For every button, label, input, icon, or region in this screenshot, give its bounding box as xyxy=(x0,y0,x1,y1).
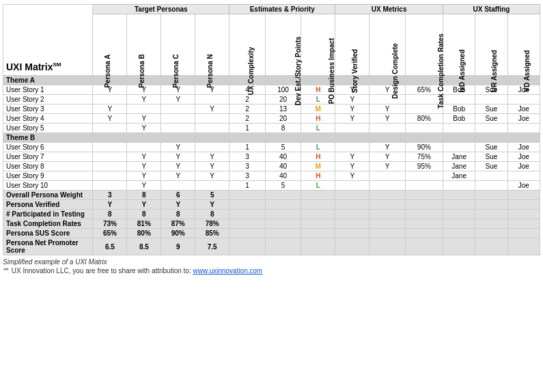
table-cell xyxy=(265,191,301,200)
table-cell xyxy=(301,210,335,219)
footer-note: Simplified example of a UXI Matrix xyxy=(3,258,540,266)
table-cell: 6 xyxy=(161,191,195,200)
task-completion-header: Task Completion Rates xyxy=(405,14,443,76)
table-cell: 75% xyxy=(405,152,443,162)
persona-a-header: Persona A xyxy=(93,14,127,76)
table-cell: L xyxy=(301,143,335,152)
table-cell: User Story 8 xyxy=(3,162,93,171)
table-cell: M xyxy=(301,162,335,171)
table-cell xyxy=(405,238,443,255)
footer-link[interactable]: www.uxinnovation.com xyxy=(193,267,262,275)
table-cell: Sue xyxy=(475,162,507,171)
table-cell: 9 xyxy=(161,238,195,255)
table-cell: H xyxy=(301,152,335,162)
table-cell: Y xyxy=(127,95,161,104)
table-cell: 3 xyxy=(229,171,266,181)
table-cell xyxy=(335,229,370,238)
table-cell: 8 xyxy=(161,210,195,219)
table-row: User Story 3YY213MYYBobSueJoe xyxy=(3,104,540,114)
table-cell: Y xyxy=(335,104,370,114)
table-cell: 6.5 xyxy=(93,238,127,255)
table-cell: User Story 2 xyxy=(3,95,93,104)
table-cell xyxy=(335,124,370,133)
table-cell: Joe xyxy=(507,181,540,191)
table-cell: User Story 5 xyxy=(3,124,93,133)
table-cell: 80% xyxy=(127,229,161,238)
table-cell xyxy=(265,238,301,255)
table-cell xyxy=(195,114,229,124)
table-cell: 40 xyxy=(265,152,301,162)
table-cell: Joe xyxy=(507,104,540,114)
uxi-matrix-table: UXI MatrixSM Target Personas Estimates &… xyxy=(3,4,540,255)
table-cell: 95% xyxy=(405,162,443,171)
ixd-assigned-header: IxD Assigned xyxy=(443,14,475,76)
table-cell: Y xyxy=(335,162,370,171)
table-cell xyxy=(405,210,443,219)
ur-assigned-header: UR Assigned xyxy=(475,14,507,76)
table-cell xyxy=(370,95,406,104)
table-cell xyxy=(370,200,406,210)
table-cell xyxy=(475,229,507,238)
table-cell: 90% xyxy=(161,229,195,238)
table-cell xyxy=(507,95,540,104)
table-cell: Overall Persona Weight xyxy=(3,191,93,200)
table-cell: 5 xyxy=(265,181,301,191)
summary-row: Task Completion Rates73%81%87%78% xyxy=(3,219,540,229)
table-cell xyxy=(229,210,266,219)
table-cell: Jane xyxy=(443,162,475,171)
table-cell: Y xyxy=(195,200,229,210)
table-cell: Y xyxy=(370,143,406,152)
table-cell: Y xyxy=(370,152,406,162)
table-cell xyxy=(229,200,266,210)
table-cell: Bob xyxy=(443,114,475,124)
summary-row: Overall Persona Weight3865 xyxy=(3,191,540,200)
table-cell xyxy=(301,191,335,200)
table-cell xyxy=(475,181,507,191)
table-cell xyxy=(405,181,443,191)
table-cell xyxy=(93,152,127,162)
table-row: User Story 10Y15LJoe xyxy=(3,181,540,191)
table-cell: Joe xyxy=(507,162,540,171)
table-cell xyxy=(335,181,370,191)
table-cell xyxy=(161,114,195,124)
table-cell xyxy=(301,200,335,210)
table-cell: 13 xyxy=(265,104,301,114)
table-cell xyxy=(335,200,370,210)
table-cell xyxy=(507,229,540,238)
table-cell: Y xyxy=(161,162,195,171)
table-cell xyxy=(370,171,406,181)
ux-complexity-header: UX Complexity xyxy=(229,14,266,76)
table-cell: Y xyxy=(370,104,406,114)
table-cell: 80% xyxy=(405,114,443,124)
table-cell: Y xyxy=(370,114,406,124)
theme-name: Theme B xyxy=(3,133,540,143)
persona-b-header: Persona B xyxy=(127,14,161,76)
table-cell: Y xyxy=(370,162,406,171)
table-cell xyxy=(195,95,229,104)
table-cell: Y xyxy=(195,162,229,171)
table-cell: 2 xyxy=(229,114,266,124)
table-row: User Story 4YY220HYY80%BobSueJoe xyxy=(3,114,540,124)
table-cell: Y xyxy=(93,114,127,124)
table-cell xyxy=(443,124,475,133)
table-cell xyxy=(507,124,540,133)
table-cell: 5 xyxy=(265,143,301,152)
table-cell: 3 xyxy=(229,162,266,171)
table-cell xyxy=(265,219,301,229)
table-cell: 8 xyxy=(127,191,161,200)
table-cell xyxy=(127,104,161,114)
po-business-header: PO Business Impact xyxy=(301,14,335,76)
table-cell: 8 xyxy=(93,210,127,219)
table-cell: Y xyxy=(93,104,127,114)
table-cell xyxy=(507,191,540,200)
table-cell: Y xyxy=(127,114,161,124)
table-cell: Joe xyxy=(507,152,540,162)
table-cell: Y xyxy=(161,95,195,104)
table-cell: 65% xyxy=(93,229,127,238)
table-cell: 87% xyxy=(161,219,195,229)
table-cell: 81% xyxy=(127,219,161,229)
main-container: UXI MatrixSM Target Personas Estimates &… xyxy=(0,0,543,279)
summary-row: # Participated in Testing8888 xyxy=(3,210,540,219)
table-cell xyxy=(475,191,507,200)
table-cell: 2 xyxy=(229,95,266,104)
